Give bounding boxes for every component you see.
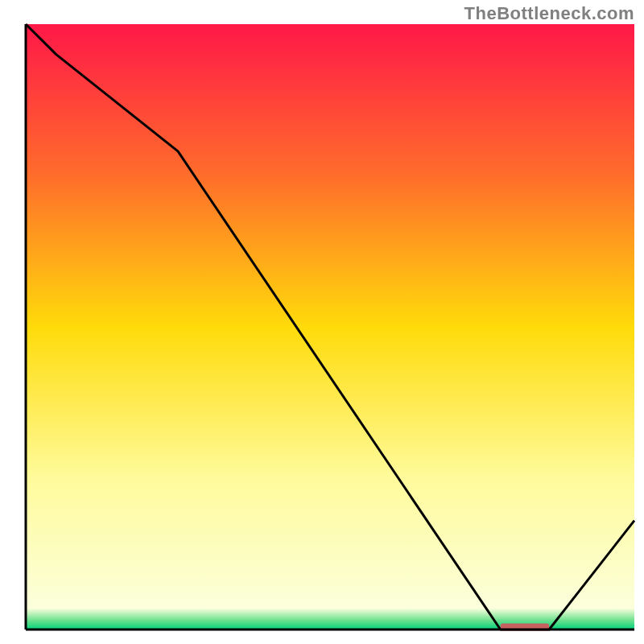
bottleneck-chart bbox=[0, 0, 644, 644]
watermark-text: TheBottleneck.com bbox=[464, 3, 634, 24]
chart-frame: TheBottleneck.com bbox=[0, 0, 644, 644]
plot-background bbox=[26, 24, 634, 630]
